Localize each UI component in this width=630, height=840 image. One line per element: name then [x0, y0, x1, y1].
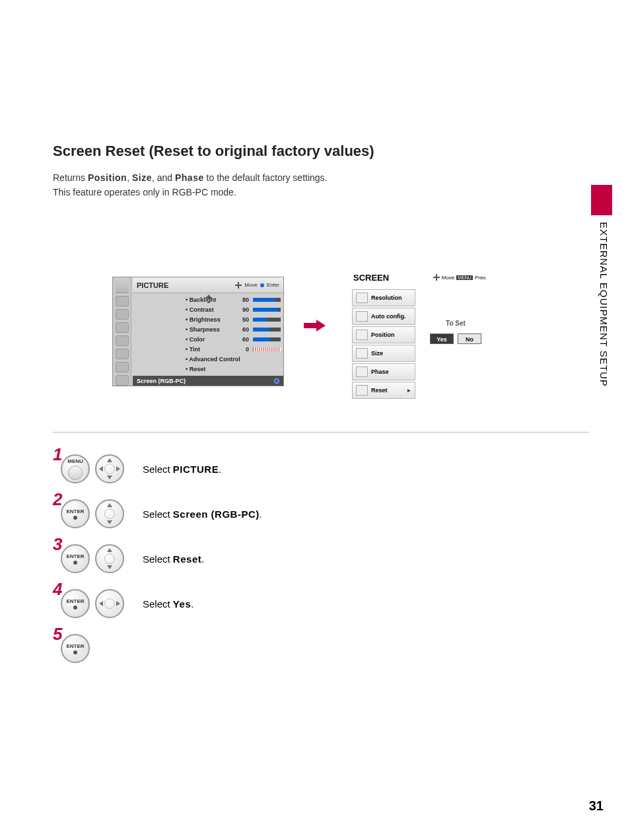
desc-prefix: Select: [143, 553, 173, 565]
row-bar: [253, 337, 281, 341]
sidebar-icon: [116, 335, 129, 346]
enter-button-icon: ENTER: [61, 499, 90, 528]
sidebar-icon: [116, 309, 129, 320]
row-name: • Backlight: [186, 297, 234, 303]
osd-row-contrast: • Contrast90: [133, 304, 281, 314]
step-desc: Select Yes.: [143, 598, 193, 610]
no-button[interactable]: No: [458, 333, 481, 344]
menu-button-icon: MENU: [61, 454, 90, 483]
position-icon: [356, 330, 368, 340]
osd-row-reset: • Reset: [133, 364, 281, 374]
item-label: Position: [371, 332, 395, 338]
sidebar-icon: [116, 375, 129, 386]
divider: [53, 432, 589, 433]
step-desc: Select Screen (RGB-PC).: [143, 508, 262, 520]
hint-move: Move: [442, 275, 455, 281]
item-label: Resolution: [371, 295, 402, 301]
chevron-right-icon: ▸: [407, 387, 411, 394]
row-bar: [253, 318, 281, 322]
osd-row-backlight: • Backlight80: [133, 295, 281, 304]
row-value: 50: [234, 316, 249, 323]
dpad-left-right-icon: [95, 589, 124, 618]
row-fill: [253, 308, 278, 312]
step-1: 1 MENU Select PICTURE.: [53, 454, 515, 483]
row-bar: [253, 347, 281, 351]
row-fill: [253, 328, 269, 332]
row-fill: [253, 337, 269, 341]
step-2: 2 ENTER Select Screen (RGB-PC).: [53, 499, 515, 528]
enter-dot-icon: [73, 650, 77, 654]
row-name: • Sharpness: [186, 326, 234, 333]
resolution-icon: [356, 293, 368, 303]
row-name: • Color: [186, 336, 234, 343]
osd-row-advanced: • Advanced Control: [133, 354, 281, 364]
screen-item-phase[interactable]: Phase: [352, 363, 415, 380]
footer-label: Screen (RGB-PC): [137, 378, 186, 384]
step-number: 4: [53, 579, 62, 600]
move-icon: [235, 282, 242, 289]
item-label: Auto config.: [371, 313, 406, 320]
screen-item-autoconfig[interactable]: Auto config.: [352, 308, 415, 325]
step-3: 3 ENTER Select Reset.: [53, 544, 515, 573]
btn-label: ENTER: [66, 553, 84, 559]
step-number: 3: [53, 534, 62, 555]
button-inner-icon: [68, 466, 83, 480]
autoconfig-icon: [356, 311, 368, 322]
yes-button[interactable]: Yes: [430, 333, 454, 344]
row-fill: [253, 318, 267, 322]
row-fill: [253, 298, 275, 302]
steps: 1 MENU Select PICTURE. 2 ENTER Select Sc…: [53, 454, 515, 679]
dpad-up-down-icon: [95, 544, 124, 573]
step-5: 5 ENTER: [53, 634, 515, 663]
row-value: 60: [234, 336, 249, 343]
osd-row-color: • Color60: [133, 334, 281, 344]
btn-label: ENTER: [66, 598, 84, 604]
desc-suffix: .: [191, 598, 193, 610]
step-4: 4 ENTER Select Yes.: [53, 589, 515, 618]
desc-keyword: Screen (RGB-PC): [173, 508, 260, 520]
desc-suffix: .: [260, 508, 262, 520]
osd-screen-right: To Set Yes No: [419, 287, 492, 403]
osd-screen-header: SCREEN Move MENU Prev.: [348, 268, 492, 287]
step-number: 1: [53, 444, 62, 465]
osd-row-sharpness: • Sharpness60: [133, 324, 281, 334]
sidebar-icon: [116, 277, 129, 293]
screen-item-size[interactable]: Size: [352, 345, 415, 362]
enter-button-icon: ENTER: [61, 634, 90, 663]
dpad-up-down-icon: [95, 499, 124, 528]
item-label: Phase: [371, 368, 389, 375]
btn-label: ENTER: [66, 508, 84, 514]
screen-item-reset[interactable]: Reset▸: [352, 382, 415, 399]
row-bar: [253, 308, 281, 312]
item-label: Reset: [371, 387, 388, 394]
osd-picture-title: PICTURE: [137, 281, 168, 289]
hint-prev: Prev.: [475, 275, 487, 281]
enter-button-icon: ENTER: [61, 589, 90, 618]
desc-suffix: .: [201, 553, 204, 565]
enter-button-icon: ENTER: [61, 544, 90, 573]
osd-picture-header: PICTURE Move Enter: [133, 277, 283, 293]
btn-label: MENU: [67, 458, 83, 464]
size-icon: [356, 348, 368, 359]
row-value: 90: [234, 306, 249, 313]
menu-badge: MENU: [456, 275, 473, 280]
row-value: 0: [234, 346, 249, 353]
dpad-four-way-icon: [95, 454, 124, 483]
row-name: • Advanced Control: [186, 356, 240, 363]
step-number: 2: [53, 489, 62, 510]
screen-item-resolution[interactable]: Resolution: [352, 289, 415, 306]
step-desc: Select Reset.: [143, 553, 204, 565]
page-number: 31: [589, 798, 604, 814]
row-name: • Contrast: [186, 306, 234, 313]
osd-picture-sidebar: [113, 277, 131, 386]
step-number: 5: [53, 624, 62, 645]
row-value: 80: [234, 297, 249, 303]
arrow-right-icon: [304, 320, 328, 332]
screen-item-position[interactable]: Position: [352, 326, 415, 343]
enter-icon: [260, 283, 264, 287]
intro-sep2: , and: [152, 172, 175, 183]
desc-keyword: Reset: [173, 553, 201, 565]
desc-prefix: Select: [143, 464, 173, 475]
desc-suffix: .: [219, 464, 221, 475]
osd-row-brightness: • Brightness50: [133, 314, 281, 324]
